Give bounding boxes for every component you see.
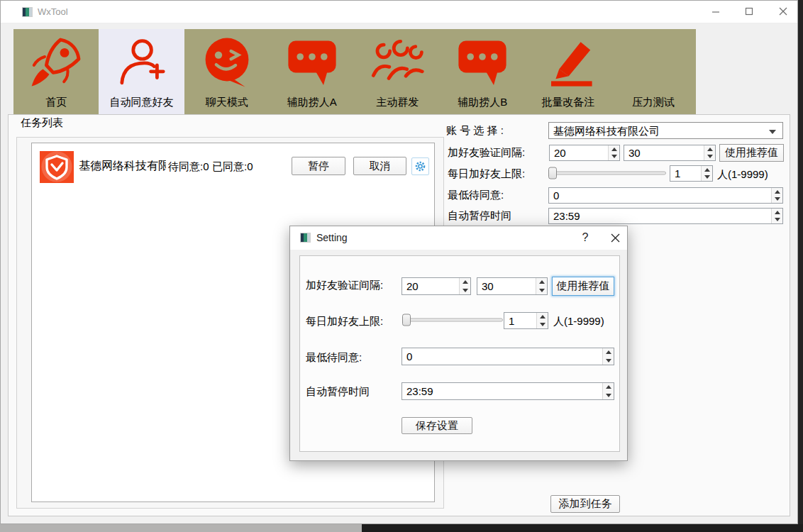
autopause-label: 自动暂停时间 xyxy=(448,209,511,223)
task-account-name: 基德网络科技有限公司 xyxy=(79,159,166,173)
dialog-save-button[interactable]: 保存设置 xyxy=(402,417,472,434)
minimize-button[interactable] xyxy=(704,1,728,22)
min-accept-spinbox[interactable] xyxy=(548,187,783,204)
spin-up-icon[interactable] xyxy=(603,348,614,357)
pen-icon xyxy=(540,33,597,92)
slider-handle[interactable] xyxy=(548,167,557,179)
spin-up-icon[interactable] xyxy=(772,209,782,216)
spin-down-icon[interactable] xyxy=(704,153,715,161)
dialog-close-button[interactable] xyxy=(602,226,628,249)
chevron-down-icon xyxy=(769,130,776,134)
dialog-interval-min-spinbox[interactable] xyxy=(402,277,471,295)
toolbar-label: 主动群发 xyxy=(355,96,440,109)
toolbar-item-home[interactable]: 首页 xyxy=(13,29,99,114)
spin-down-icon[interactable] xyxy=(537,321,548,328)
toolbar-item-assist-a[interactable]: 辅助捞人A xyxy=(270,29,355,114)
spin-down-icon[interactable] xyxy=(702,174,712,182)
dialog-recommend-button[interactable]: 使用推荐值 xyxy=(552,277,614,296)
dialog-title: Setting xyxy=(316,232,348,243)
toolbar-item-batch-remark[interactable]: 批量改备注 xyxy=(526,29,611,114)
spin-up-icon[interactable] xyxy=(460,278,470,287)
autopause-input[interactable] xyxy=(549,209,771,223)
task-panel-title: 任务列表 xyxy=(21,116,63,130)
spin-down-icon[interactable] xyxy=(603,392,614,400)
dialog-daily-limit-label: 每日加好友上限: xyxy=(306,315,383,328)
dialog-interval-label: 加好友验证间隔: xyxy=(306,279,383,292)
close-icon xyxy=(779,7,787,16)
slider-groove[interactable] xyxy=(402,318,503,322)
interval-max-spinbox[interactable] xyxy=(624,145,716,161)
interval-min-spinbox[interactable] xyxy=(549,145,620,161)
spin-up-icon[interactable] xyxy=(536,278,547,287)
slider-groove[interactable] xyxy=(548,172,666,175)
task-pending-count: 待同意:0 xyxy=(168,160,209,174)
spin-down-icon[interactable] xyxy=(536,287,547,295)
dialog-interval-max-spinbox[interactable] xyxy=(477,277,548,295)
pause-button[interactable]: 暂停 xyxy=(292,157,345,175)
interval-max-input[interactable] xyxy=(624,145,704,160)
window-title: WxTool xyxy=(38,6,68,17)
spin-up-icon[interactable] xyxy=(609,145,619,153)
daily-limit-slider[interactable] xyxy=(548,167,666,179)
spin-up-icon[interactable] xyxy=(702,166,712,174)
interval-min-input[interactable] xyxy=(550,145,608,160)
dialog-titlebar: Setting ? xyxy=(290,226,627,250)
task-settings-button[interactable] xyxy=(411,157,429,175)
dialog-daily-limit-slider[interactable] xyxy=(402,314,503,326)
toolbar-item-chat-mode[interactable]: 聊天模式 xyxy=(184,29,270,114)
dialog-min-accept-spinbox[interactable] xyxy=(402,348,614,365)
cancel-button[interactable]: 取消 xyxy=(353,157,406,175)
daily-limit-input[interactable] xyxy=(670,166,701,181)
toolbar-item-stress-test[interactable]: 压力测试 xyxy=(611,29,696,114)
dialog-daily-limit-unit: 人(1-9999) xyxy=(553,315,604,328)
interval-label: 加好友验证间隔: xyxy=(448,146,525,160)
autopause-spinbox[interactable] xyxy=(548,208,783,224)
dialog-autopause-label: 自动暂停时间 xyxy=(306,385,370,399)
toolbar-label: 自动同意好友 xyxy=(99,96,184,109)
toolbar-label: 首页 xyxy=(13,96,99,109)
dialog-interval-max-input[interactable] xyxy=(477,278,536,294)
daily-limit-unit: 人(1-9999) xyxy=(717,168,768,182)
recommend-button[interactable]: 使用推荐值 xyxy=(719,144,784,162)
gear-icon xyxy=(414,160,426,172)
spin-down-icon[interactable] xyxy=(460,287,470,295)
spin-down-icon[interactable] xyxy=(772,196,782,204)
dialog-daily-limit-spinbox[interactable] xyxy=(504,312,548,329)
toolbar: 首页 自动同意好友 聊天模式 xyxy=(13,29,696,114)
close-button[interactable] xyxy=(771,1,795,22)
close-icon xyxy=(611,233,620,243)
spin-up-icon[interactable] xyxy=(704,145,715,153)
maximize-button[interactable] xyxy=(737,1,761,22)
account-combobox[interactable]: 基德网络科技有限公司 xyxy=(548,122,783,139)
setting-dialog: Setting ? 加好友验证间隔: 使用推荐值 每日加好友上限: 人(1-99… xyxy=(289,226,628,461)
toolbar-label: 辅助捞人A xyxy=(270,96,355,109)
dialog-help-button[interactable]: ? xyxy=(572,226,598,249)
task-accepted-count: 已同意:0 xyxy=(212,160,253,174)
spin-down-icon[interactable] xyxy=(609,153,619,161)
spin-up-icon[interactable] xyxy=(603,383,614,392)
screen: WxTool 首页 xyxy=(0,0,803,532)
slider-handle[interactable] xyxy=(402,314,411,326)
desktop-strip xyxy=(0,524,362,532)
taskbar-strip xyxy=(362,524,803,532)
spin-up-icon[interactable] xyxy=(772,188,782,196)
app-icon xyxy=(22,7,33,17)
add-task-button[interactable]: 添加到任务 xyxy=(550,495,620,513)
toolbar-item-assist-b[interactable]: 辅助捞人B xyxy=(440,29,525,114)
min-accept-input[interactable] xyxy=(549,188,771,203)
toolbar-label: 聊天模式 xyxy=(184,96,270,109)
chat-bubble-dots-icon xyxy=(454,33,511,92)
toolbar-item-mass-send[interactable]: 主动群发 xyxy=(355,29,440,114)
app-icon xyxy=(300,233,311,243)
toolbar-item-auto-accept[interactable]: 自动同意好友 xyxy=(99,29,184,114)
dialog-min-accept-input[interactable] xyxy=(402,348,602,365)
dialog-interval-min-input[interactable] xyxy=(402,278,459,294)
daily-limit-spinbox[interactable] xyxy=(670,165,713,182)
spin-up-icon[interactable] xyxy=(537,313,548,321)
daily-limit-label: 每日加好友上限: xyxy=(448,167,525,181)
dialog-autopause-spinbox[interactable] xyxy=(402,382,614,400)
spin-down-icon[interactable] xyxy=(603,357,614,365)
spin-down-icon[interactable] xyxy=(772,216,782,224)
dialog-autopause-input[interactable] xyxy=(402,383,602,399)
dialog-daily-limit-input[interactable] xyxy=(504,313,536,328)
